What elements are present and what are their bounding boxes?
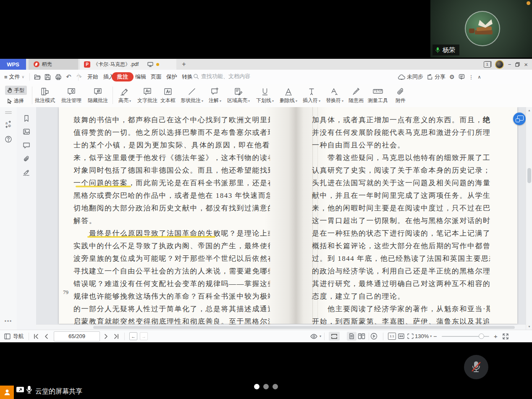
- open-file-button[interactable]: [34, 74, 41, 81]
- sync-status[interactable]: 未同步: [398, 73, 423, 81]
- last-page-button[interactable]: [113, 330, 119, 342]
- minimize-button[interactable]: −: [508, 62, 511, 67]
- select-tool-button[interactable]: 选择: [5, 96, 27, 105]
- attachment-icon[interactable]: [23, 155, 30, 163]
- print-button[interactable]: [55, 74, 62, 81]
- settings-gear-icon[interactable]: ⚙: [449, 74, 455, 80]
- carousel-dot[interactable]: [263, 384, 269, 389]
- bookmark-icon[interactable]: [23, 115, 30, 122]
- zoom-out-button[interactable]: −: [433, 330, 437, 342]
- translate-icon[interactable]: aΦ: [5, 121, 12, 128]
- participant-name: 杨荣: [443, 46, 455, 54]
- history-forward-button[interactable]: →: [140, 332, 148, 340]
- close-button[interactable]: ×: [524, 61, 528, 68]
- feedback-icon[interactable]: [459, 74, 465, 80]
- carousel-dot-active[interactable]: [254, 384, 259, 389]
- horizontal-scrollbar-thumb[interactable]: [93, 326, 515, 329]
- drag-handle-icon[interactable]: [5, 111, 12, 112]
- text-line: 是在一种狂热的状态下进行阅读的，笔记本上记满了摘录、: [312, 227, 490, 240]
- toolbar-button-hide-annotations[interactable]: 隐藏批注: [85, 86, 111, 106]
- more-menu-icon[interactable]: ⋮: [469, 74, 474, 80]
- mute-toggle-button[interactable]: [464, 355, 488, 379]
- participants-button[interactable]: [0, 386, 14, 399]
- zoom-in-button[interactable]: +: [494, 330, 498, 342]
- vertical-scrollbar[interactable]: ▲ ▼: [526, 107, 532, 330]
- undo-button[interactable]: ↶: [65, 74, 72, 81]
- scroll-up-icon[interactable]: ▲: [526, 109, 532, 112]
- single-page-button[interactable]: [347, 332, 356, 341]
- share-button[interactable]: 分享: [427, 73, 446, 81]
- text-line: 概括和长篇评论，这些大部分在他后期的写作中都曾引用: [312, 240, 490, 252]
- navigation-toggle[interactable]: 导航: [4, 330, 24, 342]
- screen-share-icon[interactable]: [16, 386, 24, 394]
- wps-home-button[interactable]: WPS: [0, 59, 26, 70]
- toolbar-button-attachment[interactable]: 附件: [389, 86, 412, 106]
- save-button[interactable]: [44, 74, 51, 81]
- text-line: 的一部分人无疑将人性过于简单化了，总是将其描述成通过: [73, 303, 270, 315]
- text-line: 其进行研究，最终通过明确自己对这两种互不相容的倾向的: [312, 278, 490, 290]
- toolbar-button-shape-annotate[interactable]: 形状批注: [179, 86, 205, 106]
- document-canvas[interactable]: 鼓舞的书信中，都声称自己在这个中心找到了欧洲文明里最值得赞赏的一切。他之所以选择…: [36, 107, 526, 330]
- highlight-underline[interactable]: [87, 236, 215, 238]
- search-icon: [193, 74, 199, 79]
- window-count-button[interactable]: 1: [484, 61, 491, 68]
- previous-page-button[interactable]: [45, 330, 48, 342]
- fullscreen-button[interactable]: [502, 330, 509, 342]
- drag-handle-icon[interactable]: [5, 113, 12, 114]
- toolbar-button-measure[interactable]: 测量工具: [365, 86, 391, 106]
- horizontal-scrollbar[interactable]: [36, 324, 526, 330]
- zoom-level-dropdown[interactable]: 130% ▾: [415, 330, 432, 342]
- first-page-button[interactable]: [34, 330, 39, 342]
- toolbar-button-underline[interactable]: 下划线: [252, 86, 278, 106]
- hand-tool-button[interactable]: 手型: [5, 86, 27, 95]
- vertical-scrollbar-thumb[interactable]: [527, 168, 531, 183]
- highlight-underline[interactable]: [76, 186, 131, 187]
- next-page-button[interactable]: [104, 330, 108, 342]
- tab-docer[interactable]: 稻壳: [29, 59, 78, 70]
- signature-icon[interactable]: [23, 169, 30, 176]
- help-icon[interactable]: [5, 136, 12, 143]
- svg-text:Φ: Φ: [8, 124, 11, 128]
- scroll-down-icon[interactable]: ▼: [526, 325, 532, 328]
- account-avatar[interactable]: [495, 60, 504, 69]
- toolbar-button-text-box[interactable]: 文本框: [156, 86, 180, 106]
- collapse-ribbon-icon[interactable]: ∧: [478, 74, 481, 80]
- floating-screenshot-tool-button[interactable]: [513, 113, 526, 125]
- carousel-dot[interactable]: [273, 384, 278, 389]
- toolbar-button-strikethrough[interactable]: 删除线: [275, 86, 301, 106]
- toolbar-button-replace-caret[interactable]: 替换符: [322, 86, 348, 106]
- history-back-button[interactable]: ←: [129, 332, 137, 340]
- more-dots-icon[interactable]: •••: [5, 318, 13, 324]
- actual-size-button[interactable]: 1:1: [388, 330, 396, 342]
- eye-protect-button[interactable]: ▾: [310, 330, 321, 342]
- toolbar-button-freehand[interactable]: 随意画: [344, 86, 368, 106]
- text-line: 黑格尔或费尔巴哈的作品中，或者是他在 1843 年快速而急: [73, 189, 270, 202]
- comment-icon[interactable]: [23, 142, 30, 149]
- toolbar-button-annotate-manage[interactable]: 批注管理: [58, 86, 84, 106]
- toolbar-button-highlight[interactable]: 高亮: [113, 86, 136, 106]
- fit-page-button[interactable]: [407, 330, 414, 342]
- play-slideshow-button[interactable]: [370, 330, 377, 342]
- search-input[interactable]: 查找功能、文档内容: [193, 73, 250, 80]
- toolbar-button-insert-caret[interactable]: 插入符: [299, 86, 325, 106]
- mic-icon[interactable]: [26, 386, 32, 394]
- pdf-file-icon: P: [84, 61, 90, 68]
- page-number-input[interactable]: [54, 331, 100, 341]
- new-tab-button[interactable]: +: [180, 60, 188, 68]
- restore-button[interactable]: [515, 62, 520, 67]
- file-menu[interactable]: ≡ 文件 ∨: [4, 70, 24, 84]
- image-icon[interactable]: [23, 129, 30, 135]
- text-line: 解答。: [73, 215, 270, 227]
- bold-term: 绝对观念: [483, 116, 490, 124]
- continuous-pages-button[interactable]: [329, 332, 340, 341]
- toolbar-button-annotate-mode[interactable]: 批注模式: [32, 86, 58, 106]
- toolbar-button-note[interactable]: 注解: [203, 86, 227, 106]
- zoom-slider[interactable]: [442, 330, 489, 342]
- tab-document[interactable]: P 《卡尔·马克思》.pdf: [80, 59, 176, 70]
- fit-width-button[interactable]: [398, 330, 405, 342]
- toolbar-button-area-highlight[interactable]: 区域高亮: [225, 86, 252, 106]
- facing-pages-button[interactable]: [358, 330, 365, 342]
- webcam-tile[interactable]: 杨荣: [430, 0, 532, 58]
- zoom-slider-knob[interactable]: [479, 333, 484, 339]
- text-line: 来，他的闲暇时间主要是在阅读中度过，只不过在巴黎他的: [312, 202, 490, 215]
